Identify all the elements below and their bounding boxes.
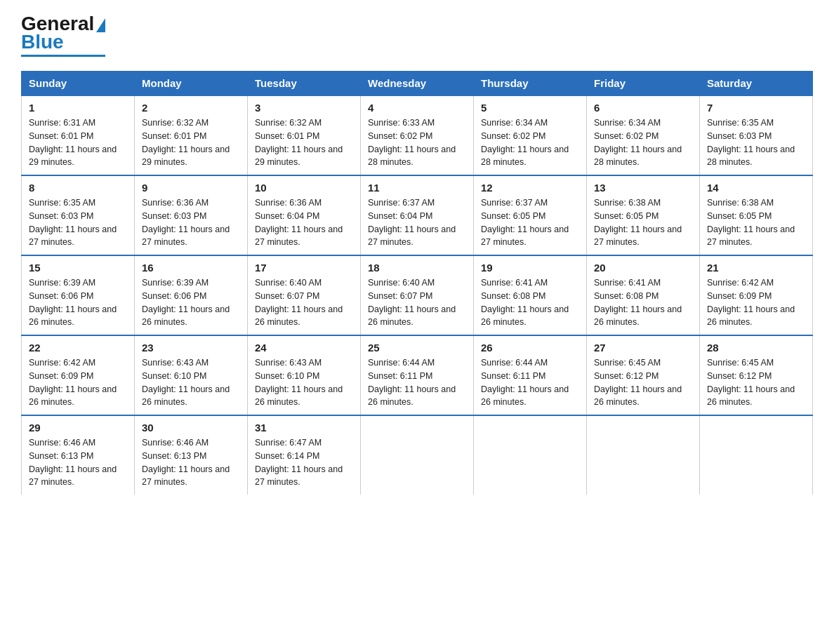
day-info: Sunrise: 6:43 AMSunset: 6:10 PMDaylight:…	[255, 358, 343, 407]
day-info: Sunrise: 6:36 AMSunset: 6:03 PMDaylight:…	[142, 198, 230, 247]
day-info: Sunrise: 6:33 AMSunset: 6:02 PMDaylight:…	[368, 118, 456, 167]
day-number: 4	[368, 102, 466, 114]
day-info: Sunrise: 6:46 AMSunset: 6:13 PMDaylight:…	[29, 438, 117, 487]
calendar-day-cell: 31 Sunrise: 6:47 AMSunset: 6:14 PMDaylig…	[248, 415, 361, 495]
day-number: 19	[481, 262, 579, 274]
col-header-saturday: Saturday	[700, 72, 813, 96]
calendar-day-cell: 24 Sunrise: 6:43 AMSunset: 6:10 PMDaylig…	[248, 335, 361, 415]
day-info: Sunrise: 6:44 AMSunset: 6:11 PMDaylight:…	[368, 358, 456, 407]
calendar-day-cell	[361, 415, 474, 495]
calendar-day-cell: 14 Sunrise: 6:38 AMSunset: 6:05 PMDaylig…	[700, 175, 813, 255]
calendar-day-cell	[474, 415, 587, 495]
day-info: Sunrise: 6:41 AMSunset: 6:08 PMDaylight:…	[594, 278, 682, 327]
calendar-day-cell: 5 Sunrise: 6:34 AMSunset: 6:02 PMDayligh…	[474, 95, 587, 175]
day-number: 14	[707, 182, 805, 194]
calendar-week-row: 15 Sunrise: 6:39 AMSunset: 6:06 PMDaylig…	[22, 255, 813, 335]
day-number: 23	[142, 342, 240, 354]
calendar-day-cell: 6 Sunrise: 6:34 AMSunset: 6:02 PMDayligh…	[587, 95, 700, 175]
day-number: 9	[142, 182, 240, 194]
day-info: Sunrise: 6:35 AMSunset: 6:03 PMDaylight:…	[707, 118, 795, 167]
day-info: Sunrise: 6:34 AMSunset: 6:02 PMDaylight:…	[481, 118, 569, 167]
day-info: Sunrise: 6:37 AMSunset: 6:04 PMDaylight:…	[368, 198, 456, 247]
calendar-day-cell: 28 Sunrise: 6:45 AMSunset: 6:12 PMDaylig…	[700, 335, 813, 415]
calendar-week-row: 29 Sunrise: 6:46 AMSunset: 6:13 PMDaylig…	[22, 415, 813, 495]
day-info: Sunrise: 6:40 AMSunset: 6:07 PMDaylight:…	[255, 278, 343, 327]
calendar-header-row: SundayMondayTuesdayWednesdayThursdayFrid…	[22, 72, 813, 96]
col-header-thursday: Thursday	[474, 72, 587, 96]
day-info: Sunrise: 6:37 AMSunset: 6:05 PMDaylight:…	[481, 198, 569, 247]
day-number: 10	[255, 182, 353, 194]
calendar-day-cell: 23 Sunrise: 6:43 AMSunset: 6:10 PMDaylig…	[135, 335, 248, 415]
calendar-day-cell: 2 Sunrise: 6:32 AMSunset: 6:01 PMDayligh…	[135, 95, 248, 175]
col-header-friday: Friday	[587, 72, 700, 96]
day-info: Sunrise: 6:34 AMSunset: 6:02 PMDaylight:…	[594, 118, 682, 167]
day-info: Sunrise: 6:43 AMSunset: 6:10 PMDaylight:…	[142, 358, 230, 407]
day-number: 6	[594, 102, 692, 114]
day-number: 31	[255, 422, 353, 434]
calendar-day-cell: 16 Sunrise: 6:39 AMSunset: 6:06 PMDaylig…	[135, 255, 248, 335]
day-number: 16	[142, 262, 240, 274]
day-info: Sunrise: 6:39 AMSunset: 6:06 PMDaylight:…	[29, 278, 117, 327]
day-info: Sunrise: 6:42 AMSunset: 6:09 PMDaylight:…	[707, 278, 795, 327]
day-number: 26	[481, 342, 579, 354]
day-number: 30	[142, 422, 240, 434]
day-number: 2	[142, 102, 240, 114]
day-info: Sunrise: 6:45 AMSunset: 6:12 PMDaylight:…	[594, 358, 682, 407]
calendar-day-cell: 13 Sunrise: 6:38 AMSunset: 6:05 PMDaylig…	[587, 175, 700, 255]
col-header-wednesday: Wednesday	[361, 72, 474, 96]
calendar-day-cell: 19 Sunrise: 6:41 AMSunset: 6:08 PMDaylig…	[474, 255, 587, 335]
calendar-day-cell: 10 Sunrise: 6:36 AMSunset: 6:04 PMDaylig…	[248, 175, 361, 255]
calendar-day-cell: 22 Sunrise: 6:42 AMSunset: 6:09 PMDaylig…	[22, 335, 135, 415]
calendar-day-cell: 25 Sunrise: 6:44 AMSunset: 6:11 PMDaylig…	[361, 335, 474, 415]
calendar-day-cell: 4 Sunrise: 6:33 AMSunset: 6:02 PMDayligh…	[361, 95, 474, 175]
calendar-day-cell	[587, 415, 700, 495]
day-number: 24	[255, 342, 353, 354]
day-info: Sunrise: 6:42 AMSunset: 6:09 PMDaylight:…	[29, 358, 117, 407]
day-number: 15	[29, 262, 127, 274]
day-number: 12	[481, 182, 579, 194]
page-header: General Blue	[21, 14, 813, 57]
calendar-day-cell: 7 Sunrise: 6:35 AMSunset: 6:03 PMDayligh…	[700, 95, 813, 175]
day-number: 27	[594, 342, 692, 354]
day-info: Sunrise: 6:45 AMSunset: 6:12 PMDaylight:…	[707, 358, 795, 407]
day-info: Sunrise: 6:32 AMSunset: 6:01 PMDaylight:…	[255, 118, 343, 167]
day-number: 20	[594, 262, 692, 274]
calendar-day-cell: 18 Sunrise: 6:40 AMSunset: 6:07 PMDaylig…	[361, 255, 474, 335]
col-header-tuesday: Tuesday	[248, 72, 361, 96]
day-number: 8	[29, 182, 127, 194]
calendar-table: SundayMondayTuesdayWednesdayThursdayFrid…	[21, 71, 813, 495]
day-number: 17	[255, 262, 353, 274]
calendar-day-cell: 26 Sunrise: 6:44 AMSunset: 6:11 PMDaylig…	[474, 335, 587, 415]
day-info: Sunrise: 6:41 AMSunset: 6:08 PMDaylight:…	[481, 278, 569, 327]
calendar-day-cell: 11 Sunrise: 6:37 AMSunset: 6:04 PMDaylig…	[361, 175, 474, 255]
day-number: 18	[368, 262, 466, 274]
day-info: Sunrise: 6:36 AMSunset: 6:04 PMDaylight:…	[255, 198, 343, 247]
logo-line	[21, 55, 105, 57]
calendar-day-cell	[700, 415, 813, 495]
calendar-day-cell: 20 Sunrise: 6:41 AMSunset: 6:08 PMDaylig…	[587, 255, 700, 335]
day-info: Sunrise: 6:39 AMSunset: 6:06 PMDaylight:…	[142, 278, 230, 327]
calendar-day-cell: 29 Sunrise: 6:46 AMSunset: 6:13 PMDaylig…	[22, 415, 135, 495]
day-number: 28	[707, 342, 805, 354]
day-info: Sunrise: 6:35 AMSunset: 6:03 PMDaylight:…	[29, 198, 117, 247]
day-info: Sunrise: 6:38 AMSunset: 6:05 PMDaylight:…	[707, 198, 795, 247]
calendar-day-cell: 17 Sunrise: 6:40 AMSunset: 6:07 PMDaylig…	[248, 255, 361, 335]
calendar-day-cell: 15 Sunrise: 6:39 AMSunset: 6:06 PMDaylig…	[22, 255, 135, 335]
logo-subtext: Blue	[21, 31, 64, 53]
day-info: Sunrise: 6:32 AMSunset: 6:01 PMDaylight:…	[142, 118, 230, 167]
calendar-day-cell: 1 Sunrise: 6:31 AMSunset: 6:01 PMDayligh…	[22, 95, 135, 175]
day-number: 3	[255, 102, 353, 114]
day-info: Sunrise: 6:44 AMSunset: 6:11 PMDaylight:…	[481, 358, 569, 407]
calendar-day-cell: 9 Sunrise: 6:36 AMSunset: 6:03 PMDayligh…	[135, 175, 248, 255]
day-number: 13	[594, 182, 692, 194]
col-header-sunday: Sunday	[22, 72, 135, 96]
calendar-day-cell: 30 Sunrise: 6:46 AMSunset: 6:13 PMDaylig…	[135, 415, 248, 495]
calendar-day-cell: 8 Sunrise: 6:35 AMSunset: 6:03 PMDayligh…	[22, 175, 135, 255]
col-header-monday: Monday	[135, 72, 248, 96]
calendar-day-cell: 12 Sunrise: 6:37 AMSunset: 6:05 PMDaylig…	[474, 175, 587, 255]
day-number: 22	[29, 342, 127, 354]
calendar-week-row: 1 Sunrise: 6:31 AMSunset: 6:01 PMDayligh…	[22, 95, 813, 175]
day-info: Sunrise: 6:40 AMSunset: 6:07 PMDaylight:…	[368, 278, 456, 327]
calendar-day-cell: 27 Sunrise: 6:45 AMSunset: 6:12 PMDaylig…	[587, 335, 700, 415]
day-info: Sunrise: 6:47 AMSunset: 6:14 PMDaylight:…	[255, 438, 343, 487]
